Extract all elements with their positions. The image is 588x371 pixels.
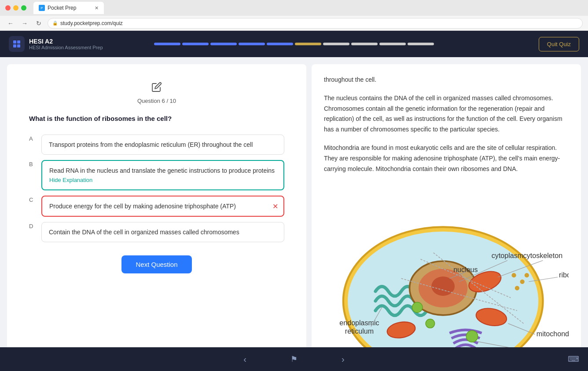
explanation-text-3: Mitochondria are found in most eukaryoti… — [324, 143, 569, 174]
forward-button[interactable]: → — [19, 18, 30, 29]
option-text-b: Read RNA in the nucleus and translate th… — [49, 167, 275, 174]
app-name: HESI A2 — [29, 38, 103, 45]
answer-option-d: D Contain the DNA of the cell in organiz… — [29, 222, 284, 242]
svg-point-20 — [515, 286, 519, 291]
progress-segment-1 — [154, 43, 180, 45]
answer-option-a: A Transport proteins from the endoplasmi… — [29, 135, 284, 155]
cell-diagram: cytoplasm cytoskeleton ribosomes nucleus… — [324, 182, 569, 364]
answer-options: A Transport proteins from the endoplasmi… — [29, 135, 284, 242]
browser-chrome: P Pocket Prep ✕ ← → ↻ 🔒 study.pocketprep… — [0, 0, 588, 31]
left-panel: Question 6 / 10 What is the function of … — [7, 64, 306, 364]
maximize-traffic-light[interactable] — [21, 5, 26, 11]
progress-bar-container — [154, 43, 434, 45]
app-logo-icon — [9, 36, 25, 52]
answer-option-b: B Read RNA in the nucleus and translate … — [29, 160, 284, 190]
pencil-icon — [151, 82, 162, 95]
option-box-a[interactable]: Transport proteins from the endoplasmic … — [41, 135, 284, 155]
forward-nav-button[interactable]: › — [342, 354, 345, 364]
url-text: study.pocketprep.com/quiz — [60, 20, 123, 26]
cytoskeleton-label: cytoskeleton — [523, 251, 562, 259]
browser-toolbar: ← → ↻ 🔒 study.pocketprep.com/quiz — [0, 16, 588, 31]
progress-segment-7 — [323, 43, 349, 45]
app-subtitle: HESI Admission Assessment Prep — [29, 45, 103, 50]
hide-explanation-link[interactable]: Hide Explanation — [49, 177, 276, 183]
svg-point-18 — [512, 273, 516, 277]
minimize-traffic-light[interactable] — [13, 5, 18, 11]
quit-quiz-button[interactable]: Quit Quiz — [539, 37, 579, 51]
svg-rect-0 — [13, 40, 16, 44]
app-title-area: HESI A2 HESI Admission Assessment Prep — [29, 38, 103, 50]
progress-segment-3 — [210, 43, 237, 45]
explanation-text-1: throughout the cell. — [324, 75, 569, 85]
back-nav-button[interactable]: ‹ — [243, 354, 246, 364]
flag-button[interactable]: ⚑ — [290, 354, 298, 364]
er-label2: reticulum — [345, 327, 374, 335]
option-box-d[interactable]: Contain the DNA of the cell in organized… — [41, 222, 284, 242]
svg-point-19 — [520, 280, 525, 284]
right-panel: throughout the cell. The nucleus contain… — [312, 64, 581, 364]
traffic-lights — [5, 5, 26, 11]
option-letter-c: C — [29, 196, 35, 203]
svg-point-13 — [426, 319, 434, 328]
close-traffic-light[interactable] — [5, 5, 11, 11]
option-letter-a: A — [29, 135, 35, 142]
cell-diagram-svg: cytoplasm cytoskeleton ribosomes nucleus… — [324, 182, 569, 364]
tab-bar: P Pocket Prep ✕ — [33, 2, 583, 14]
explanation-text-2: The nucleus contains the DNA of the cell… — [324, 93, 569, 135]
tab-favicon: P — [39, 5, 45, 11]
progress-segment-8 — [351, 43, 378, 45]
option-text-a: Transport proteins from the endoplasmic … — [49, 141, 253, 148]
answer-option-c: C Produce energy for the cell by making … — [29, 196, 284, 217]
svg-point-12 — [412, 302, 422, 313]
address-bar[interactable]: 🔒 study.pocketprep.com/quiz — [48, 18, 583, 29]
progress-segment-10 — [408, 43, 434, 45]
back-button[interactable]: ← — [5, 18, 16, 29]
svg-point-14 — [466, 331, 478, 342]
progress-segment-9 — [379, 43, 406, 45]
browser-titlebar: P Pocket Prep ✕ — [0, 0, 588, 16]
incorrect-mark: ✕ — [272, 202, 278, 211]
progress-segment-5 — [267, 43, 293, 45]
tab-close-button[interactable]: ✕ — [95, 5, 99, 11]
option-box-c[interactable]: Produce energy for the cell by making ad… — [41, 196, 284, 217]
app-header: HESI A2 HESI Admission Assessment Prep Q… — [0, 31, 588, 57]
tab-title: Pocket Prep — [48, 5, 76, 11]
bottom-bar: ‹ ⚑ › ⌨ — [0, 347, 588, 371]
option-text-c: Produce energy for the cell by making ad… — [49, 203, 236, 210]
browser-tab[interactable]: P Pocket Prep ✕ — [33, 2, 104, 14]
svg-point-8 — [431, 276, 455, 296]
option-text-d: Contain the DNA of the cell in organized… — [49, 229, 239, 236]
option-letter-b: B — [29, 160, 35, 167]
next-question-button[interactable]: Next Question — [121, 255, 191, 273]
svg-rect-2 — [13, 44, 16, 47]
svg-rect-3 — [17, 44, 20, 47]
question-text: What is the function of ribosomes in the… — [29, 115, 284, 122]
mitochondrion-label: mitochondrion — [537, 330, 569, 338]
option-box-b[interactable]: Read RNA in the nucleus and translate th… — [41, 160, 284, 190]
svg-point-21 — [525, 273, 529, 277]
main-content: Question 6 / 10 What is the function of … — [0, 57, 588, 371]
app-logo-area: HESI A2 HESI Admission Assessment Prep — [9, 36, 103, 52]
progress-segment-4 — [239, 43, 265, 45]
option-letter-d: D — [29, 222, 35, 229]
refresh-button[interactable]: ↻ — [33, 18, 44, 29]
svg-rect-1 — [17, 40, 20, 44]
cytoplasm-label: cytoplasm — [492, 251, 523, 259]
question-number: Question 6 / 10 — [137, 98, 176, 104]
progress-segment-2 — [182, 43, 209, 45]
keyboard-button[interactable]: ⌨ — [568, 354, 579, 364]
ribosomes-label: ribosomes — [559, 271, 569, 279]
question-header: Question 6 / 10 — [137, 82, 176, 104]
progress-segment-6 — [295, 43, 321, 45]
lock-icon: 🔒 — [52, 21, 58, 25]
